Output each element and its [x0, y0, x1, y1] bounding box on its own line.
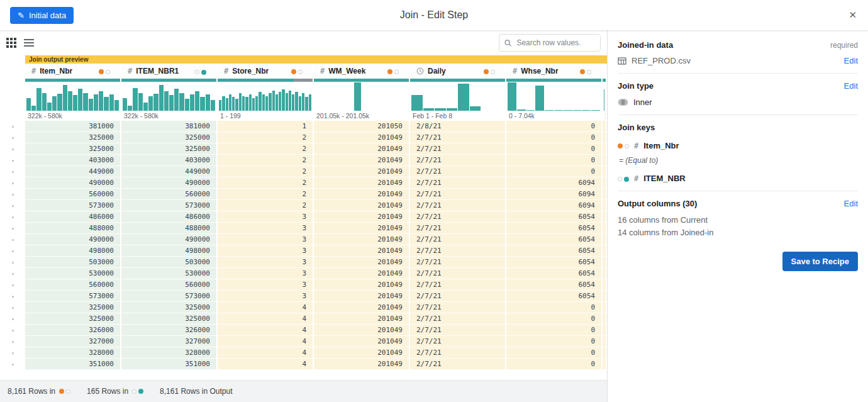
column-header[interactable]: #Item_Nbr [25, 64, 120, 79]
column-header[interactable]: #Whse_Nbr [506, 64, 601, 79]
table-cell[interactable]: 3 [218, 223, 313, 234]
table-cell[interactable]: 6054 [506, 211, 601, 223]
table-cell[interactable]: 2/7/21 [410, 325, 505, 336]
table-cell[interactable]: 6054 [506, 257, 601, 268]
table-cell[interactable]: 2/7/21 [410, 268, 505, 279]
table-cell[interactable]: 2/7/21 [410, 291, 505, 302]
table-cell[interactable]: 488000 [121, 223, 216, 234]
column-histogram[interactable] [121, 82, 216, 111]
table-cell[interactable]: 530000 [121, 268, 216, 279]
table-cell[interactable] [603, 279, 607, 291]
table-cell[interactable]: 201049 [314, 200, 409, 211]
table-cell[interactable]: 3 [218, 268, 313, 279]
horizontal-scroll-area[interactable] [0, 370, 607, 379]
table-cell[interactable] [603, 347, 607, 359]
table-cell[interactable]: 530000 [25, 268, 120, 279]
table-cell[interactable] [603, 211, 607, 223]
table-cell[interactable] [603, 223, 607, 234]
table-cell[interactable]: 0 [506, 121, 601, 132]
column-histogram[interactable] [410, 82, 505, 111]
table-cell[interactable]: 0 [506, 302, 601, 313]
table-cell[interactable]: 573000 [121, 200, 216, 211]
table-cell[interactable]: 0 [506, 336, 601, 347]
column-header[interactable]: #WM_Week [314, 64, 409, 79]
table-cell[interactable]: 2 [218, 166, 313, 177]
table-cell[interactable]: 201049 [314, 132, 409, 143]
table-cell[interactable]: 6094 [506, 177, 601, 189]
table-cell[interactable]: 2/7/21 [410, 177, 505, 189]
table-cell[interactable]: 0 [506, 143, 601, 155]
table-cell[interactable]: 2 [218, 189, 313, 200]
table-cell[interactable]: 0 [506, 132, 601, 143]
data-quality-bar[interactable] [121, 79, 216, 82]
table-cell[interactable]: 2/7/21 [410, 257, 505, 268]
table-cell[interactable]: 201049 [314, 325, 409, 336]
table-cell[interactable]: 403000 [25, 155, 120, 166]
table-cell[interactable]: 325000 [25, 302, 120, 313]
table-cell[interactable]: 560000 [121, 279, 216, 291]
table-cell[interactable] [603, 302, 607, 313]
table-cell[interactable]: 503000 [25, 257, 120, 268]
table-cell[interactable]: 0 [506, 166, 601, 177]
table-cell[interactable]: 3 [218, 245, 313, 257]
table-cell[interactable]: 2/7/21 [410, 155, 505, 166]
table-cell[interactable]: 201049 [314, 291, 409, 302]
save-to-recipe-button[interactable]: Save to Recipe [782, 252, 859, 271]
table-cell[interactable] [603, 257, 607, 268]
table-cell[interactable]: 201049 [314, 155, 409, 166]
table-cell[interactable]: 201049 [314, 279, 409, 291]
table-cell[interactable] [603, 234, 607, 245]
table-cell[interactable]: 2/7/21 [410, 143, 505, 155]
table-cell[interactable]: 351000 [121, 359, 216, 370]
table-cell[interactable] [603, 291, 607, 302]
table-cell[interactable]: 2 [218, 132, 313, 143]
table-cell[interactable] [603, 325, 607, 336]
table-cell[interactable]: 2/8/21 [410, 121, 505, 132]
column-WM_Week[interactable]: #WM_Week201.05k - 201.05k201050201049201… [314, 64, 410, 370]
data-quality-bar[interactable] [410, 79, 505, 82]
table-cell[interactable]: 6054 [506, 268, 601, 279]
table-cell[interactable]: 201049 [314, 211, 409, 223]
table-cell[interactable]: 6054 [506, 291, 601, 302]
column-histogram[interactable] [314, 82, 409, 111]
table-cell[interactable]: 201049 [314, 302, 409, 313]
column-histogram[interactable] [218, 82, 313, 111]
table-cell[interactable]: 6054 [506, 279, 601, 291]
table-cell[interactable]: 498000 [121, 245, 216, 257]
table-cell[interactable]: 560000 [25, 189, 120, 200]
table-cell[interactable] [603, 313, 607, 325]
table-cell[interactable]: 4 [218, 347, 313, 359]
table-cell[interactable]: 325000 [121, 143, 216, 155]
table-cell[interactable]: 6094 [506, 189, 601, 200]
table-cell[interactable]: 3 [218, 257, 313, 268]
column-header[interactable]: Daily [410, 64, 505, 79]
search-box[interactable] [499, 34, 601, 52]
table-cell[interactable]: 560000 [25, 279, 120, 291]
table-cell[interactable]: 4 [218, 302, 313, 313]
initial-data-button[interactable]: ✎ Initial data [10, 7, 74, 24]
column-R[interactable]: #R2 [603, 64, 607, 370]
table-cell[interactable]: 2/7/21 [410, 132, 505, 143]
table-cell[interactable]: 4 [218, 325, 313, 336]
table-cell[interactable]: 573000 [121, 291, 216, 302]
table-cell[interactable]: 2 [218, 155, 313, 166]
data-quality-bar[interactable] [218, 79, 313, 82]
column-histogram[interactable] [603, 82, 606, 111]
table-cell[interactable]: 449000 [121, 166, 216, 177]
table-cell[interactable]: 403000 [121, 155, 216, 166]
close-icon[interactable]: ✕ [849, 9, 857, 21]
table-cell[interactable]: 0 [506, 359, 601, 370]
table-cell[interactable]: 201049 [314, 359, 409, 370]
table-cell[interactable]: 327000 [121, 336, 216, 347]
column-Whse_Nbr[interactable]: #Whse_Nbr0 - 7.04k0000060946094609460546… [506, 64, 603, 370]
column-header[interactable]: #R [603, 64, 607, 79]
table-cell[interactable]: 328000 [25, 347, 120, 359]
table-cell[interactable]: 2/7/21 [410, 336, 505, 347]
table-cell[interactable]: 2/7/21 [410, 189, 505, 200]
table-cell[interactable]: 201049 [314, 336, 409, 347]
table-cell[interactable] [603, 189, 607, 200]
table-cell[interactable]: 0 [506, 155, 601, 166]
table-cell[interactable]: 326000 [25, 325, 120, 336]
table-cell[interactable]: 2/7/21 [410, 302, 505, 313]
table-cell[interactable] [603, 143, 607, 155]
